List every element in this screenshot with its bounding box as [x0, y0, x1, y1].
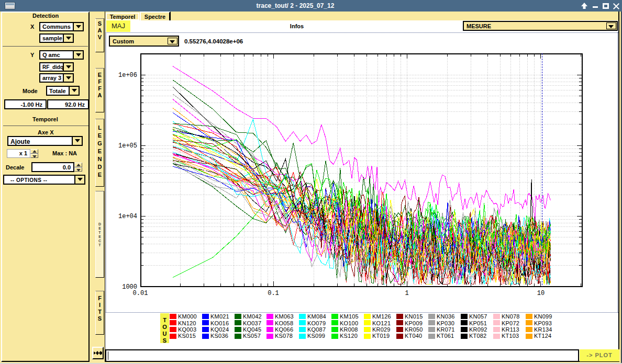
- svg-text:1e+04: 1e+04: [118, 213, 137, 220]
- svg-text:0.01: 0.01: [133, 290, 148, 297]
- svg-text:1: 1: [405, 290, 408, 297]
- svg-text:0.1: 0.1: [268, 290, 279, 297]
- svg-text:1e+05: 1e+05: [118, 142, 137, 150]
- svg-text:1e+06: 1e+06: [118, 72, 137, 79]
- svg-text:10: 10: [537, 290, 545, 297]
